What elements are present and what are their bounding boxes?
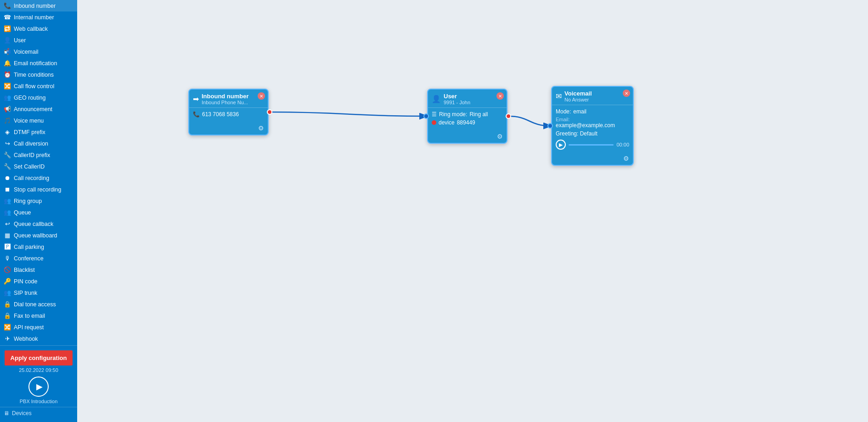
voicemail-email-label: Email: bbox=[556, 117, 629, 122]
user-gear-button[interactable]: ⚙ bbox=[497, 133, 503, 140]
sidebar-label-stop-call-recording: Stop call recording bbox=[14, 186, 62, 193]
inbound-node-title: Inbound number bbox=[202, 93, 249, 100]
sidebar-item-inbound-number[interactable]: 📞 Inbound number bbox=[0, 0, 77, 11]
sidebar-item-ring-group[interactable]: 👥 Ring group bbox=[0, 195, 77, 207]
user-left-connector[interactable] bbox=[423, 113, 429, 119]
user-right-connector[interactable] bbox=[506, 113, 511, 119]
sidebar-item-dial-tone-access[interactable]: 🔒 Dial tone access bbox=[0, 298, 77, 310]
sidebar-item-call-flow-control[interactable]: 🔀 Call flow control bbox=[0, 80, 77, 92]
sidebar-item-callerid-prefix[interactable]: 🔧 CallerID prefix bbox=[0, 149, 77, 161]
voicemail-node-title: Voicemail bbox=[564, 90, 592, 97]
fax-to-email-icon: 🔒 bbox=[4, 312, 11, 319]
voicemail-node-header: ✉ Voicemail No Answer ✕ bbox=[552, 87, 633, 105]
sidebar-item-geo-routing[interactable]: 👥 GEO routing bbox=[0, 92, 77, 103]
play-icon: ▶ bbox=[36, 382, 43, 392]
sidebar-item-queue-callback[interactable]: ↩ Queue callback bbox=[0, 218, 77, 230]
sidebar-item-internal-number[interactable]: ☎ Internal number bbox=[0, 11, 77, 23]
sidebar-item-queue-wallboard[interactable]: ▦ Queue wallboard bbox=[0, 230, 77, 241]
sidebar-item-webhook[interactable]: ✈ Webhook bbox=[0, 333, 77, 344]
announcement-icon: 📢 bbox=[4, 106, 11, 113]
set-callerid-icon: 🔧 bbox=[4, 163, 11, 170]
inbound-number-icon: 📞 bbox=[4, 2, 11, 9]
sidebar-item-voicemail[interactable]: 📬 Voicemail bbox=[0, 46, 77, 57]
inbound-number-node[interactable]: ➡ Inbound number Inbound Phone Nu... ✕ 📞… bbox=[188, 89, 269, 135]
inbound-right-connector[interactable] bbox=[267, 109, 272, 115]
voicemail-left-connector[interactable] bbox=[547, 123, 553, 129]
user-node-close[interactable]: ✕ bbox=[496, 92, 504, 100]
devices-bar[interactable]: 🖥 Devices bbox=[0, 407, 77, 419]
user-node-footer: ⚙ bbox=[428, 131, 507, 143]
inbound-node-icon: ➡ bbox=[193, 95, 199, 103]
ring-group-icon: 👥 bbox=[4, 197, 11, 204]
pbx-play-button[interactable]: ▶ bbox=[28, 377, 49, 397]
sidebar-item-blacklist[interactable]: 🚫 Blacklist bbox=[0, 264, 77, 276]
sidebar-label-pin-code: PIN code bbox=[14, 278, 37, 285]
sidebar-item-queue[interactable]: 👥 Queue bbox=[0, 207, 77, 218]
devices-icon: 🖥 bbox=[4, 410, 9, 416]
call-recording-icon: ⏺ bbox=[4, 174, 11, 181]
voicemail-node[interactable]: ✉ Voicemail No Answer ✕ Mode: email Emai… bbox=[551, 86, 634, 166]
sidebar: 📞 Inbound number ☎ Internal number 🔁 Web… bbox=[0, 0, 77, 422]
callerid-prefix-icon: 🔧 bbox=[4, 152, 11, 158]
voicemail-email-section: Email: example@example.com bbox=[556, 117, 629, 129]
sidebar-label-call-recording: Call recording bbox=[14, 175, 49, 181]
sidebar-item-pin-code[interactable]: 🔑 PIN code bbox=[0, 276, 77, 287]
pbx-label: PBX Introduction bbox=[20, 399, 58, 404]
sidebar-label-call-parking: Call parking bbox=[14, 244, 44, 250]
ring-mode-icon: ☰ bbox=[432, 111, 437, 118]
inbound-node-close[interactable]: ✕ bbox=[258, 92, 265, 100]
sidebar-item-email-notification[interactable]: 🔔 Email notification bbox=[0, 57, 77, 69]
user-node-name: 9991 - John bbox=[444, 100, 470, 105]
sidebar-label-ring-group: Ring group bbox=[14, 198, 42, 204]
voicemail-node-close[interactable]: ✕ bbox=[623, 90, 630, 97]
user-node-body: ☰ Ring mode: Ring all device 889449 bbox=[428, 108, 507, 131]
sidebar-label-blacklist: Blacklist bbox=[14, 267, 35, 273]
inbound-node-header: ➡ Inbound number Inbound Phone Nu... ✕ bbox=[189, 90, 268, 108]
sidebar-item-voice-menu[interactable]: 🎵 Voice menu bbox=[0, 115, 77, 126]
user-icon: 👤 bbox=[4, 37, 11, 44]
sidebar-item-api-request[interactable]: 🔀 API request bbox=[0, 321, 77, 333]
api-request-icon: 🔀 bbox=[4, 324, 11, 331]
devices-label: Devices bbox=[12, 410, 32, 416]
sidebar-item-dtmf-prefix[interactable]: ◈ DTMF prefix bbox=[0, 126, 77, 138]
queue-wallboard-icon: ▦ bbox=[4, 232, 11, 239]
time-conditions-icon: ⏰ bbox=[4, 71, 11, 78]
voicemail-greeting-val: Default bbox=[580, 130, 597, 137]
inbound-gear-button[interactable]: ⚙ bbox=[258, 124, 264, 132]
apply-date: 25.02.2022 09:50 bbox=[19, 367, 58, 373]
sidebar-label-time-conditions: Time conditions bbox=[14, 72, 54, 78]
inbound-node-subtitle: Inbound Phone Nu... bbox=[202, 100, 249, 105]
sidebar-item-web-callback[interactable]: 🔁 Web callback bbox=[0, 23, 77, 34]
sidebar-item-conference[interactable]: 🎙 Conference bbox=[0, 253, 77, 264]
voicemail-greeting-label: Greeting: bbox=[556, 130, 578, 137]
sidebar-item-announcement[interactable]: 📢 Announcement bbox=[0, 103, 77, 115]
voicemail-gear-button[interactable]: ⚙ bbox=[623, 155, 629, 162]
sidebar-item-set-callerid[interactable]: 🔧 Set CallerID bbox=[0, 161, 77, 172]
apply-configuration-button[interactable]: Apply configuration bbox=[5, 350, 73, 366]
sidebar-item-user[interactable]: 👤 User bbox=[0, 34, 77, 46]
dial-tone-access-icon: 🔒 bbox=[4, 301, 11, 308]
call-flow-control-icon: 🔀 bbox=[4, 83, 11, 90]
sidebar-label-dial-tone-access: Dial tone access bbox=[14, 301, 56, 308]
sidebar-item-fax-to-email[interactable]: 🔒 Fax to email bbox=[0, 310, 77, 321]
voicemail-node-icon: ✉ bbox=[556, 92, 562, 101]
phone-icon: 📞 bbox=[193, 111, 200, 118]
voice-menu-icon: 🎵 bbox=[4, 117, 11, 124]
user-node[interactable]: 👤 User 9991 - John ✕ ☰ Ring mode: Ring a… bbox=[427, 89, 507, 144]
sidebar-item-call-parking[interactable]: 🅿 Call parking bbox=[0, 241, 77, 253]
voicemail-mode-row: Mode: email bbox=[556, 108, 629, 115]
voicemail-play-button[interactable]: ▶ bbox=[556, 140, 566, 150]
sidebar-item-time-conditions[interactable]: ⏰ Time conditions bbox=[0, 69, 77, 80]
user-device-label: device bbox=[439, 119, 455, 126]
user-node-header: 👤 User 9991 - John ✕ bbox=[428, 90, 507, 108]
voicemail-mode-label: Mode: bbox=[556, 108, 571, 115]
sidebar-item-stop-call-recording[interactable]: ⏹ Stop call recording bbox=[0, 184, 77, 195]
sidebar-item-sip-trunk[interactable]: 👥 SIP trunk bbox=[0, 287, 77, 298]
sip-trunk-icon: 👥 bbox=[4, 289, 11, 296]
sidebar-item-call-recording[interactable]: ⏺ Call recording bbox=[0, 172, 77, 184]
sidebar-bottom: Apply configuration 25.02.2022 09:50 ▶ P… bbox=[0, 345, 77, 422]
sidebar-item-call-diversion[interactable]: ↪ Call diversion bbox=[0, 138, 77, 149]
inbound-node-body: 📞 613 7068 5836 bbox=[189, 108, 268, 123]
sidebar-label-announcement: Announcement bbox=[14, 106, 52, 113]
flow-canvas: ➡ Inbound number Inbound Phone Nu... ✕ 📞… bbox=[77, 0, 868, 422]
